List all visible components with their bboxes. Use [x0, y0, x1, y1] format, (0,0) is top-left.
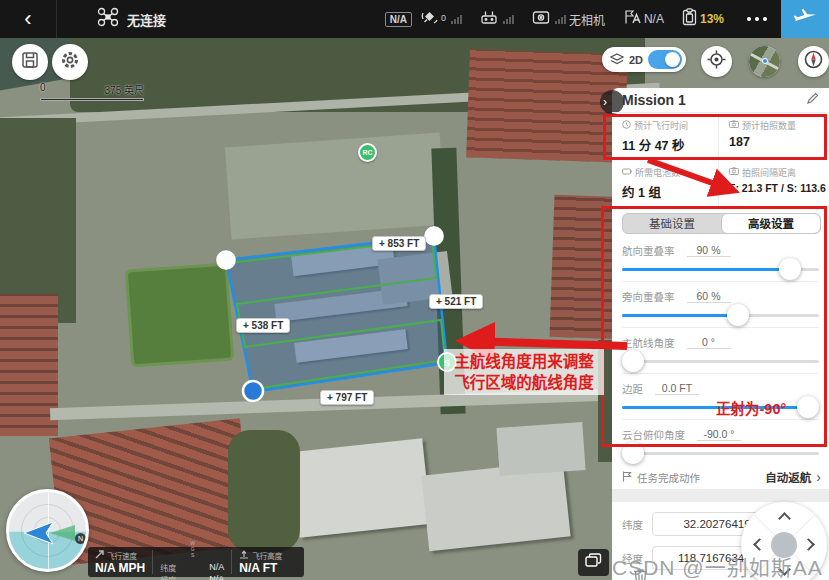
takeoff-button[interactable]	[781, 0, 829, 38]
tab-basic-settings[interactable]: 基础设置	[623, 214, 721, 234]
satellite-icon	[421, 9, 438, 29]
slider-thumb[interactable]	[797, 396, 819, 418]
battery-icon	[622, 167, 632, 177]
stat-flight-time: 预计飞行时间 11 分 47 秒	[612, 113, 718, 159]
map-building	[291, 438, 431, 537]
map-trees	[228, 430, 300, 552]
compass-orientation-button[interactable]	[798, 46, 829, 77]
mission-title: Mission 1	[622, 92, 686, 108]
gimbal-pitch-slider[interactable]	[622, 441, 819, 465]
telemetry-bar: 飞行速度 N/A MPH WGS 纬度N/A 经度N/A 飞行高度 N/A FT	[88, 547, 304, 577]
route-angle-value[interactable]: 0 °	[687, 336, 731, 349]
slider-thumb[interactable]	[622, 350, 644, 372]
map-2d-toggle[interactable]	[648, 50, 682, 69]
finish-action-row[interactable]: 任务完成动作 自动返航 ›	[612, 465, 829, 489]
remote-controller-icon	[480, 10, 498, 29]
edge-length-label: + 538 FT	[236, 318, 290, 333]
speed-icon	[95, 550, 104, 561]
slider-route-angle: 主航线角度 0 °	[622, 328, 819, 374]
edge-length-label: + 521 FT	[429, 294, 483, 309]
minimap-button[interactable]	[749, 46, 780, 77]
telemetry-coords: WGS 纬度N/A 经度N/A	[153, 547, 231, 577]
north-badge: N	[75, 533, 86, 544]
flag-icon	[622, 468, 632, 486]
delete-vertex-button[interactable]	[632, 567, 649, 580]
slider-course-overlap: 航向重叠率 90 %	[622, 236, 819, 282]
gps-signal-bars	[451, 14, 462, 24]
layers-icon	[610, 51, 624, 69]
back-button[interactable]: ‹	[0, 0, 56, 38]
rc-signal-indicator[interactable]	[480, 10, 514, 29]
gear-icon	[60, 50, 80, 74]
mission-panel: › Mission 1 预计飞行时间 11 分 47 秒	[612, 88, 829, 580]
locate-button[interactable]	[701, 46, 732, 77]
edge-length-label: + 853 FT	[372, 236, 426, 251]
map-layer-switch-button[interactable]	[578, 549, 609, 576]
dpad-up-button[interactable]	[778, 512, 791, 525]
altitude-icon	[239, 550, 249, 561]
rc-signal-bars	[503, 14, 514, 24]
slider-thumb[interactable]	[779, 258, 801, 280]
telemetry-speed: 飞行速度 N/A MPH	[88, 547, 152, 577]
slider-margin: 边距 0.0 FT	[622, 374, 819, 420]
stat-battery-count: 所需电池数 约 1 组	[612, 159, 718, 206]
map-layers-icon	[585, 553, 602, 572]
camera-settings-button[interactable]	[52, 44, 88, 80]
dpad-down-button[interactable]	[778, 563, 791, 576]
gimbal-pitch-value[interactable]: -90.0 °	[697, 428, 741, 441]
mission-stats: 预计飞行时间 11 分 47 秒 预计拍照数量 187 所需	[612, 113, 829, 207]
dpad-center-knob[interactable]	[771, 532, 797, 558]
battery-percent: 13%	[700, 12, 724, 26]
margin-value[interactable]: 0.0 FT	[655, 382, 699, 395]
coordinates-section: 纬度 32.202764195 经度 118.716763493	[612, 502, 829, 580]
stat-photo-interval: 拍照间隔距离 F: 21.3 FT / S: 113.6 FT	[718, 159, 829, 206]
airplane-icon	[793, 6, 817, 32]
section-separator	[612, 489, 829, 502]
more-menu-button[interactable]	[747, 17, 767, 21]
edge-length-label: + 797 FT	[320, 390, 374, 405]
map-building	[421, 461, 570, 551]
dpad-left-button[interactable]	[753, 538, 766, 551]
map-2d-label: 2D	[629, 54, 643, 66]
nudge-dpad	[741, 502, 827, 580]
map-sports-field	[125, 263, 235, 368]
slider-gimbal-pitch: 云台俯仰角度 -90.0 °	[622, 420, 819, 465]
edit-pencil-icon[interactable]	[806, 91, 819, 109]
camera-signal-bars	[555, 14, 566, 24]
camera-signal-indicator[interactable]: 无相机	[532, 10, 605, 28]
status-na-badge: N/A	[385, 12, 412, 27]
telemetry-altitude: 飞行高度 N/A FT	[232, 547, 289, 577]
battery-indicator[interactable]: 13%	[682, 8, 724, 30]
drone-icon	[97, 7, 119, 31]
battery-clipboard-icon	[682, 8, 697, 30]
slider-thumb[interactable]	[727, 304, 749, 326]
camera-transmission-icon	[532, 10, 550, 28]
slider-thumb[interactable]	[622, 442, 644, 464]
compass-icon	[803, 49, 824, 74]
gps-signal-indicator[interactable]: 0	[421, 9, 462, 29]
aircraft-status[interactable]: 无连接	[57, 7, 182, 31]
margin-slider[interactable]	[622, 395, 819, 419]
side-overlap-value[interactable]: 60 %	[687, 290, 731, 303]
course-overlap-slider[interactable]	[622, 257, 819, 281]
map-plaza	[225, 133, 446, 240]
flight-mode-indicator[interactable]: N/A	[623, 9, 664, 29]
scale-zero: 0	[40, 82, 46, 97]
route-angle-slider[interactable]	[622, 349, 819, 373]
stat-photo-count: 预计拍照数量 187	[718, 113, 829, 159]
attitude-compass[interactable]: N	[6, 489, 89, 572]
chevron-right-icon: ›	[816, 469, 821, 485]
course-overlap-value[interactable]: 90 %	[687, 244, 731, 257]
flight-mode-icon	[623, 9, 641, 29]
map-scale-bar: 0 375 英尺	[40, 82, 144, 101]
map-trees	[0, 118, 76, 323]
map-building	[294, 329, 408, 363]
tab-advanced-settings[interactable]: 高级设置	[721, 214, 820, 234]
save-icon	[21, 51, 39, 73]
camera-icon	[729, 167, 739, 177]
camera-icon	[729, 120, 739, 130]
side-overlap-slider[interactable]	[622, 303, 819, 327]
top-status-bar: ‹ 无连接 N/A 0	[0, 0, 829, 38]
dpad-right-button[interactable]	[802, 538, 815, 551]
save-mission-button[interactable]	[12, 44, 48, 80]
